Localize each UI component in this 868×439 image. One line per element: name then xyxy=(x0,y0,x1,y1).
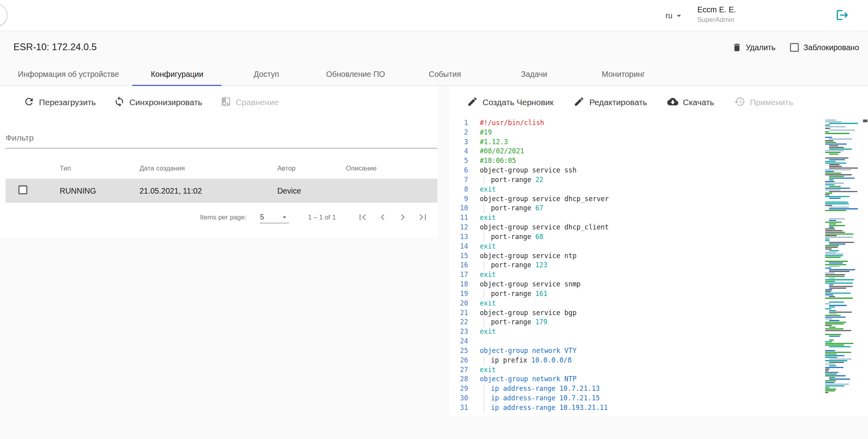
reload-label: Перезагрузить xyxy=(39,97,96,106)
indent-guide xyxy=(484,384,491,394)
cloud-download-icon xyxy=(667,96,678,107)
code-line: 6object-group service ssh xyxy=(449,166,868,175)
items-per-page-select[interactable]: 5 xyxy=(260,211,289,223)
code-line: 13port-range 68 xyxy=(449,232,868,242)
indent-guide xyxy=(484,403,491,413)
logout-icon xyxy=(836,8,849,22)
column-header: Описание xyxy=(346,164,437,172)
user-info[interactable]: Eccm E. E. SuperAdmin xyxy=(697,5,736,24)
code-line: 19port-range 161 xyxy=(449,289,868,299)
language-selector[interactable]: ru xyxy=(665,0,684,31)
sync-button[interactable]: Синхронизировать xyxy=(114,96,203,107)
table-cell: RUNNING xyxy=(60,186,139,195)
line-number: 31 xyxy=(449,403,474,413)
line-number: 23 xyxy=(449,327,474,337)
code-line: 23exit xyxy=(449,327,868,337)
line-number: 19 xyxy=(449,289,474,299)
indent-guide xyxy=(484,204,491,214)
line-number: 16 xyxy=(449,261,474,270)
configurations-table: ТипДата созданияАвторОписание RUNNING21.… xyxy=(0,157,437,203)
column-header: Тип xyxy=(60,164,139,172)
line-number: 22 xyxy=(449,318,474,327)
line-number: 14 xyxy=(449,242,474,251)
tab-monitoring[interactable]: Мониторинг xyxy=(579,63,668,85)
line-number: 24 xyxy=(449,337,474,346)
code-line: 7port-range 22 xyxy=(449,175,868,185)
last-page-button[interactable] xyxy=(413,207,433,227)
code-line: 12object-group service dhcp_client xyxy=(449,223,868,232)
column-header: Дата создания xyxy=(139,164,277,172)
next-page-button[interactable] xyxy=(393,207,413,227)
page-title: ESR-10: 172.24.0.5 xyxy=(14,42,97,53)
editor-scrollbar[interactable] xyxy=(862,118,868,416)
editor-minimap[interactable] xyxy=(824,120,861,414)
download-label: Скачать xyxy=(683,97,714,106)
indent-guide xyxy=(484,261,491,270)
reload-button[interactable]: Перезагрузить xyxy=(23,96,96,107)
indent-guide xyxy=(484,175,491,185)
code-line: 22port-range 179 xyxy=(449,318,868,327)
edit-button[interactable]: Редактировать xyxy=(573,96,647,107)
indent-guide xyxy=(484,289,491,299)
line-number: 25 xyxy=(449,346,474,356)
table-row[interactable]: RUNNING21.05.2021, 11:02Device xyxy=(6,179,437,203)
line-number: 8 xyxy=(449,185,474,194)
line-number: 20 xyxy=(449,299,474,308)
last-page-icon xyxy=(417,211,429,223)
code-line: 21object-group service bgp xyxy=(449,308,868,318)
code-line: 5#18:06:05 xyxy=(449,156,868,166)
row-checkbox[interactable] xyxy=(18,185,27,194)
config-editor-panel: Создать Черновик Редактировать Скачать П… xyxy=(449,86,868,416)
line-number: 15 xyxy=(449,251,474,261)
sidebar-toggle-button[interactable] xyxy=(0,4,7,26)
page-header: ESR-10: 172.24.0.5 Удалить Заблокировано xyxy=(0,31,868,63)
line-number: 27 xyxy=(449,365,474,375)
tab-bar: Информация об устройствеКонфигурацииДост… xyxy=(0,63,868,86)
tab-configurations[interactable]: Конфигурации xyxy=(133,63,222,85)
code-line: 2#19 xyxy=(449,128,868,137)
code-line: 28object-group network NTP xyxy=(449,375,868,384)
tab-events[interactable]: События xyxy=(400,63,490,85)
indent-guide xyxy=(484,356,491,365)
blocked-checkbox[interactable] xyxy=(790,43,799,52)
sync-icon xyxy=(114,96,125,107)
code-line: 31ip address-range 10.193.21.11 xyxy=(449,403,868,413)
trash-icon xyxy=(732,43,742,53)
code-line: 25object-group network VTY xyxy=(449,346,868,356)
line-number: 5 xyxy=(449,156,474,166)
code-lines: 1#!/usr/bin/clish2#193#1.12.34#08/02/202… xyxy=(449,118,868,413)
chevron-down-icon xyxy=(280,212,289,221)
paginator: Items per page: 5 1 – 1 of 1 xyxy=(0,203,437,232)
code-line: 30ip address-range 10.7.21.15 xyxy=(449,394,868,403)
compare-button[interactable]: Сравнение xyxy=(220,96,279,107)
page-range-label: 1 – 1 of 1 xyxy=(308,213,336,221)
blocked-toggle[interactable]: Заблокировано xyxy=(790,43,859,52)
line-number: 9 xyxy=(449,194,474,204)
editor-toolbar: Создать Черновик Редактировать Скачать П… xyxy=(449,86,868,117)
code-editor[interactable]: 1#!/usr/bin/clish2#193#1.12.34#08/02/202… xyxy=(449,118,868,416)
first-page-button[interactable] xyxy=(353,207,373,227)
apply-button[interactable]: Применить xyxy=(734,96,793,107)
tab-device-info[interactable]: Информация об устройстве xyxy=(4,63,133,85)
filter-label: Фильтр xyxy=(6,133,34,143)
scrollbar-thumb[interactable] xyxy=(863,120,867,122)
code-line: 10port-range 67 xyxy=(449,204,868,214)
delete-button[interactable]: Удалить xyxy=(732,43,776,53)
create-draft-label: Создать Черновик xyxy=(482,97,554,106)
logout-button[interactable] xyxy=(835,8,849,23)
line-number: 18 xyxy=(449,280,474,289)
tab-firmware-update[interactable]: Обновление ПО xyxy=(311,63,400,85)
previous-page-button[interactable] xyxy=(373,207,392,227)
create-draft-button[interactable]: Создать Черновик xyxy=(467,96,554,107)
line-number: 11 xyxy=(449,213,474,223)
table-body: RUNNING21.05.2021, 11:02Device xyxy=(0,179,437,203)
chevron-right-icon xyxy=(397,211,409,223)
line-number: 21 xyxy=(449,308,474,318)
tab-tasks[interactable]: Задачи xyxy=(490,63,579,85)
tab-access[interactable]: Доступ xyxy=(222,63,311,85)
pencil-icon xyxy=(467,96,478,107)
code-line: 26ip prefix 10.0.0.0/8 xyxy=(449,356,868,365)
download-button[interactable]: Скачать xyxy=(667,96,714,107)
code-line: 16port-range 123 xyxy=(449,261,868,270)
filter-input[interactable]: Фильтр xyxy=(6,117,437,148)
